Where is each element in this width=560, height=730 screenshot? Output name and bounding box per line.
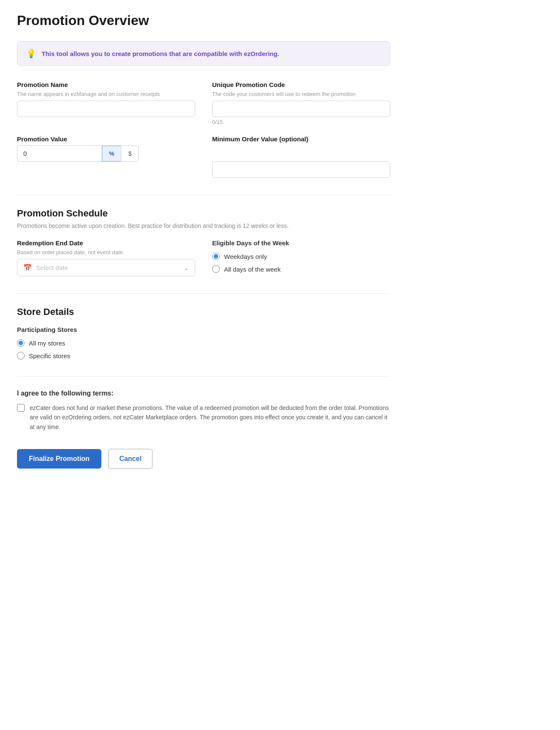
all-stores-label: All my stores (29, 340, 65, 347)
unique-code-group: Unique Promotion Code The code your cust… (212, 81, 390, 125)
terms-text: ezCater does not fund or market these pr… (30, 403, 390, 432)
redemption-date-label: Redemption End Date (17, 239, 195, 247)
terms-section: I agree to the following terms: ezCater … (17, 390, 390, 432)
eligible-days-radio-group: Weekdays only All days of the week (212, 253, 390, 273)
calendar-icon: 📅 (23, 264, 32, 272)
minimum-order-input[interactable] (212, 161, 390, 178)
all-stores-radio[interactable] (17, 339, 25, 347)
lightbulb-icon: 💡 (26, 48, 36, 59)
cancel-button[interactable]: Cancel (108, 449, 152, 469)
all-stores-option[interactable]: All my stores (17, 339, 390, 347)
unique-code-hint: The code your customers will use to rede… (212, 91, 390, 97)
schedule-subtitle: Promotions become active upon creation. … (17, 222, 390, 229)
eligible-days-group: Eligible Days of the Week Weekdays only … (212, 239, 390, 273)
store-details-section: Store Details Participating Stores All m… (17, 306, 390, 359)
schedule-grid: Redemption End Date Based on order place… (17, 239, 390, 276)
overview-form-grid: Promotion Name The name appears in ezMan… (17, 81, 390, 178)
promotion-value-group: Promotion Value % $ (17, 135, 195, 178)
terms-checkbox[interactable] (17, 404, 25, 412)
minimum-order-group: Minimum Order Value (optional) (212, 135, 390, 178)
promotion-name-group: Promotion Name The name appears in ezMan… (17, 81, 195, 125)
value-type-toggle: % $ (102, 146, 139, 162)
specific-stores-option[interactable]: Specific stores (17, 352, 390, 359)
actions-row: Finalize Promotion Cancel (17, 449, 390, 469)
schedule-section-title: Promotion Schedule (17, 208, 390, 219)
unique-code-input[interactable] (212, 101, 390, 117)
weekdays-only-radio[interactable] (212, 253, 220, 260)
all-days-label: All days of the week (224, 266, 280, 273)
info-banner-text: This tool allows you to create promotion… (42, 50, 279, 57)
terms-title: I agree to the following terms: (17, 390, 390, 397)
section-divider-2 (17, 293, 390, 294)
finalize-promotion-button[interactable]: Finalize Promotion (17, 449, 101, 469)
store-section-title: Store Details (17, 306, 390, 317)
redemption-date-group: Redemption End Date Based on order place… (17, 239, 195, 276)
specific-stores-radio[interactable] (17, 352, 25, 359)
percent-toggle-button[interactable]: % (102, 146, 121, 162)
info-banner: 💡 This tool allows you to create promoti… (17, 41, 390, 66)
date-placeholder: Select date (36, 264, 184, 271)
dollar-toggle-button[interactable]: $ (121, 146, 139, 162)
minimum-order-label: Minimum Order Value (optional) (212, 135, 390, 143)
participating-stores-label: Participating Stores (17, 326, 390, 333)
section-divider-3 (17, 376, 390, 377)
promotion-name-input[interactable] (17, 101, 195, 117)
promotion-name-label: Promotion Name (17, 81, 195, 88)
promotion-name-hint: The name appears in ezManage and on cust… (17, 91, 195, 97)
weekdays-only-option[interactable]: Weekdays only (212, 253, 390, 260)
all-days-option[interactable]: All days of the week (212, 265, 390, 273)
promotion-schedule-section: Promotion Schedule Promotions become act… (17, 208, 390, 276)
weekdays-only-label: Weekdays only (224, 253, 267, 260)
promotion-value-input[interactable] (17, 145, 102, 162)
unique-code-label: Unique Promotion Code (212, 81, 390, 88)
specific-stores-label: Specific stores (29, 352, 70, 359)
all-days-radio[interactable] (212, 265, 220, 273)
stores-radio-group: All my stores Specific stores (17, 339, 390, 359)
terms-checkbox-row: ezCater does not fund or market these pr… (17, 403, 390, 432)
date-picker[interactable]: 📅 Select date ⌄ (17, 259, 195, 276)
promotion-value-label: Promotion Value (17, 135, 195, 143)
section-divider-1 (17, 195, 390, 195)
eligible-days-label: Eligible Days of the Week (212, 239, 390, 247)
chevron-down-icon: ⌄ (184, 264, 189, 271)
redemption-date-hint: Based on order placed date, not event da… (17, 249, 195, 256)
promotion-overview-section: Promotion Name The name appears in ezMan… (17, 81, 390, 178)
promotion-value-row: % $ (17, 145, 195, 162)
page-title: Promotion Overview (17, 13, 390, 28)
char-count: 0/15 (212, 119, 390, 125)
